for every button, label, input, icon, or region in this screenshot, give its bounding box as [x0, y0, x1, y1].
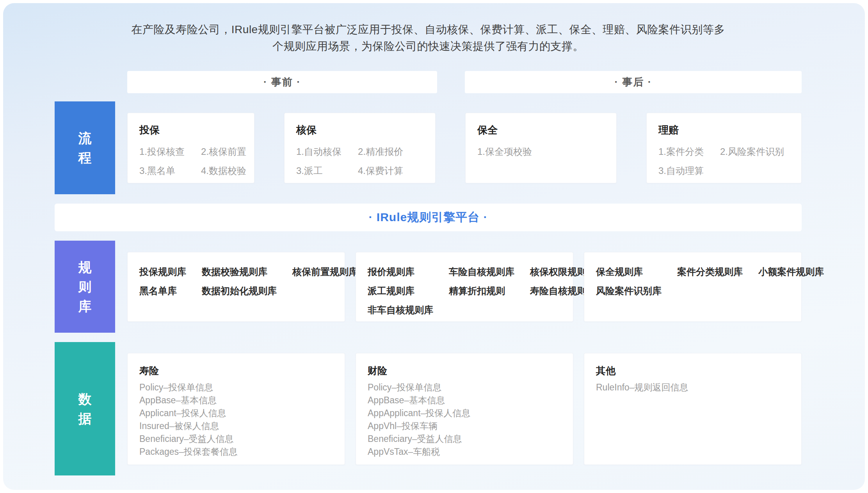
data-card-qita: 其他 RuleInfo–规则返回信息 — [584, 353, 802, 465]
data-card-caixian: 财险 Policy–投保单信息 AppBase–基本信息 AppApplican… — [356, 353, 573, 465]
card-item: AppVsTax–车船税 — [368, 445, 561, 458]
process-sidebar-char: 流 — [78, 128, 92, 148]
process-sidebar-char: 程 — [78, 148, 92, 167]
card-item: Beneficiary–受益人信息 — [139, 433, 333, 445]
card-items: 1.案件分类 2.风险案件识别 3.自动理算 — [658, 145, 790, 177]
card-item: 3.自动理算 — [658, 165, 704, 177]
card-item: AppBase–基本信息 — [139, 394, 333, 407]
content-area: 在产险及寿险公司，IRule规则引擎平台被广泛应用于投保、自动核保、保费计算、派… — [3, 21, 865, 475]
intro-line-1: 在产险及寿险公司，IRule规则引擎平台被广泛应用于投保、自动核保、保费计算、派… — [55, 21, 802, 38]
intro-text: 在产险及寿险公司，IRule规则引擎平台被广泛应用于投保、自动核保、保费计算、派… — [55, 21, 802, 55]
card-item: 1.保全项校验 — [477, 145, 532, 158]
card-item: 车险自核规则库 — [449, 266, 514, 278]
card-item: 1.案件分类 — [658, 145, 704, 158]
card-item: 案件分类规则库 — [677, 266, 743, 278]
data-sidebar-char: 据 — [78, 409, 92, 428]
card-item: Packages–投保套餐信息 — [139, 445, 333, 458]
card-items: Policy–投保单信息 AppBase–基本信息 Applicant–投保人信… — [139, 381, 333, 458]
card-title: 财险 — [368, 364, 561, 377]
phase-header-row: · 事前 · · 事后 · — [55, 71, 802, 93]
card-item: 黑名单库 — [139, 285, 186, 297]
process-band: 流 程 投保 1.投保核查 2.核保前置 3.黑名单 4.数据校验 核保 1 — [55, 101, 802, 194]
card-items: 投保规则库 数据校验规则库 核保前置规则库 黑名单库 数据初始化规则库 — [139, 266, 333, 297]
card-title: 保全 — [477, 123, 605, 137]
rulelib-sidebar: 规 则 库 — [55, 241, 115, 333]
platform-bar: · IRule规则引擎平台 · — [55, 204, 802, 231]
process-card-baoquan: 保全 1.保全项校验 — [465, 113, 617, 183]
card-title: 核保 — [296, 123, 423, 137]
process-card-lipei: 理赔 1.案件分类 2.风险案件识别 3.自动理算 — [646, 113, 802, 183]
rulelib-card-baoquan: 保全规则库 案件分类规则库 小额案件规则库 风险案件识别库 — [584, 252, 802, 322]
rulelib-card-toubao: 投保规则库 数据校验规则库 核保前置规则库 黑名单库 数据初始化规则库 — [127, 252, 345, 322]
card-item: 4.数据校验 — [201, 165, 246, 177]
rulelib-cards: 投保规则库 数据校验规则库 核保前置规则库 黑名单库 数据初始化规则库 报价规则… — [127, 252, 802, 322]
card-item: 4.保费计算 — [358, 165, 403, 177]
process-card-hebao: 核保 1.自动核保 2.精准报价 3.派工 4.保费计算 — [284, 113, 436, 183]
card-title: 投保 — [139, 123, 242, 137]
card-item: 投保规则库 — [139, 266, 186, 278]
card-item: 风险案件识别库 — [596, 285, 662, 297]
rulelib-band: 规 则 库 投保规则库 数据校验规则库 核保前置规则库 黑名单库 数据初始化规则… — [55, 241, 802, 333]
card-title: 理赔 — [658, 123, 790, 137]
card-item: 非车自核规则库 — [368, 304, 433, 316]
phase-bar-before: · 事前 · — [127, 71, 437, 93]
rulelib-sidebar-char: 规 — [78, 257, 92, 277]
rulelib-sidebar-char: 库 — [78, 296, 92, 316]
card-items: 报价规则库 车险自核规则库 核保权限规则库 派工规则库 精算折扣规则 寿险自核规… — [368, 266, 561, 316]
phase-bar-after: · 事后 · — [465, 71, 802, 93]
card-item: Insured–被保人信息 — [139, 420, 333, 433]
card-item: AppBase–基本信息 — [368, 394, 561, 407]
data-cards: 寿险 Policy–投保单信息 AppBase–基本信息 Applicant–投… — [127, 353, 802, 465]
card-item: RuleInfo–规则返回信息 — [596, 381, 790, 394]
data-sidebar: 数 据 — [55, 342, 115, 475]
card-item: 3.派工 — [296, 165, 342, 177]
card-item: 小额案件规则库 — [758, 266, 824, 278]
rulelib-card-hebao: 报价规则库 车险自核规则库 核保权限规则库 派工规则库 精算折扣规则 寿险自核规… — [356, 252, 573, 322]
card-item: 2.精准报价 — [358, 145, 403, 158]
card-item: 数据校验规则库 — [202, 266, 277, 278]
process-cards: 投保 1.投保核查 2.核保前置 3.黑名单 4.数据校验 核保 1.自动核保 … — [127, 113, 802, 183]
card-item: 精算折扣规则 — [449, 285, 514, 297]
main-panel: 在产险及寿险公司，IRule规则引擎平台被广泛应用于投保、自动核保、保费计算、派… — [3, 3, 865, 490]
card-title: 其他 — [596, 364, 790, 377]
card-item: 2.核保前置 — [201, 145, 246, 158]
card-item: 1.投保核查 — [139, 145, 185, 158]
process-card-toubao: 投保 1.投保核查 2.核保前置 3.黑名单 4.数据校验 — [127, 113, 254, 183]
card-item: 报价规则库 — [368, 266, 433, 278]
card-item: Policy–投保单信息 — [368, 381, 561, 394]
card-item: 派工规则库 — [368, 285, 433, 297]
card-items: 1.保全项校验 — [477, 145, 605, 158]
rulelib-sidebar-char: 则 — [78, 277, 92, 296]
card-items: 保全规则库 案件分类规则库 小额案件规则库 风险案件识别库 — [596, 266, 790, 297]
card-title: 寿险 — [139, 364, 333, 377]
card-items: RuleInfo–规则返回信息 — [596, 381, 790, 394]
card-items: 1.投保核查 2.核保前置 3.黑名单 4.数据校验 — [139, 145, 242, 177]
card-item: 1.自动核保 — [296, 145, 342, 158]
data-band: 数 据 寿险 Policy–投保单信息 AppBase–基本信息 Applica… — [55, 342, 802, 475]
card-item: 核保前置规则库 — [292, 266, 358, 278]
data-sidebar-char: 数 — [78, 389, 92, 409]
card-item: Policy–投保单信息 — [139, 381, 333, 394]
process-sidebar: 流 程 — [55, 101, 115, 194]
card-item: AppVhl–投保车辆 — [368, 420, 561, 433]
card-item: Beneficiary–受益人信息 — [368, 433, 561, 445]
data-card-shouxian: 寿险 Policy–投保单信息 AppBase–基本信息 Applicant–投… — [127, 353, 345, 465]
card-item: 保全规则库 — [596, 266, 662, 278]
card-items: 1.自动核保 2.精准报价 3.派工 4.保费计算 — [296, 145, 423, 177]
card-item: AppApplicant–投保人信息 — [368, 407, 561, 420]
intro-line-2: 个规则应用场景，为保险公司的快速决策提供了强有力的支撑。 — [55, 38, 802, 55]
card-item: 3.黑名单 — [139, 165, 185, 177]
card-items: Policy–投保单信息 AppBase–基本信息 AppApplicant–投… — [368, 381, 561, 458]
card-item: 2.风险案件识别 — [720, 145, 784, 158]
card-item: 数据初始化规则库 — [202, 285, 277, 297]
card-item: Applicant–投保人信息 — [139, 407, 333, 420]
